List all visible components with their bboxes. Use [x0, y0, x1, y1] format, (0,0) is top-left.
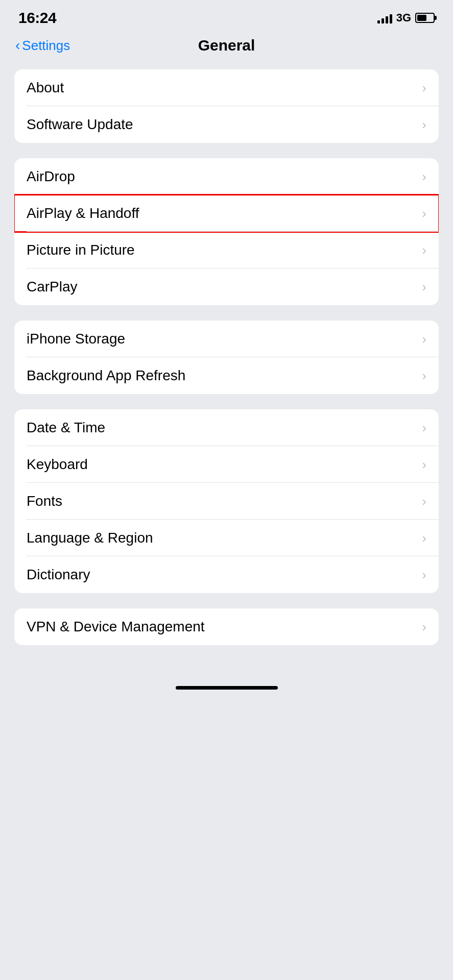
settings-row-carplay[interactable]: CarPlay›	[14, 268, 439, 305]
row-label-keyboard: Keyboard	[27, 456, 88, 473]
chevron-icon-fonts: ›	[422, 494, 426, 509]
settings-row-picture-in-picture[interactable]: Picture in Picture›	[14, 232, 439, 268]
chevron-icon-carplay: ›	[422, 279, 426, 295]
chevron-icon-airplay-handoff: ›	[422, 206, 426, 222]
status-time: 16:24	[18, 9, 56, 27]
row-label-carplay: CarPlay	[27, 279, 78, 295]
settings-row-background-app-refresh[interactable]: Background App Refresh›	[14, 357, 439, 394]
row-label-about: About	[27, 80, 64, 96]
status-icons: 3G	[377, 11, 435, 24]
settings-content: About›Software Update›AirDrop›AirPlay & …	[0, 64, 453, 666]
home-indicator	[0, 676, 453, 695]
settings-row-language-region[interactable]: Language & Region›	[14, 520, 439, 556]
network-type: 3G	[396, 11, 411, 24]
chevron-icon-software-update: ›	[422, 117, 426, 133]
settings-row-dictionary[interactable]: Dictionary›	[14, 556, 439, 593]
row-label-iphone-storage: iPhone Storage	[27, 331, 125, 347]
back-chevron-icon: ‹	[15, 38, 20, 53]
chevron-icon-date-time: ›	[422, 420, 426, 436]
chevron-icon-dictionary: ›	[422, 567, 426, 583]
row-label-airplay-handoff: AirPlay & Handoff	[27, 205, 139, 222]
page-title: General	[198, 37, 255, 54]
settings-row-airdrop[interactable]: AirDrop›	[14, 158, 439, 195]
settings-row-keyboard[interactable]: Keyboard›	[14, 446, 439, 483]
back-label: Settings	[22, 38, 70, 54]
row-label-airdrop: AirDrop	[27, 168, 75, 185]
chevron-icon-picture-in-picture: ›	[422, 242, 426, 258]
battery-icon	[415, 13, 435, 23]
home-bar	[176, 686, 278, 690]
settings-group-group3: iPhone Storage›Background App Refresh›	[14, 321, 439, 394]
status-bar: 16:24 3G	[0, 0, 453, 32]
settings-group-group4: Date & Time›Keyboard›Fonts›Language & Re…	[14, 409, 439, 593]
row-label-background-app-refresh: Background App Refresh	[27, 368, 185, 384]
chevron-icon-airdrop: ›	[422, 169, 426, 185]
settings-row-software-update[interactable]: Software Update›	[14, 106, 439, 143]
row-label-software-update: Software Update	[27, 116, 133, 133]
settings-group-group2: AirDrop›AirPlay & Handoff›Picture in Pic…	[14, 158, 439, 305]
chevron-icon-language-region: ›	[422, 530, 426, 546]
row-label-vpn-device-management: VPN & Device Management	[27, 619, 205, 635]
back-button[interactable]: ‹ Settings	[15, 38, 70, 54]
settings-row-date-time[interactable]: Date & Time›	[14, 409, 439, 446]
nav-bar: ‹ Settings General	[0, 32, 453, 64]
chevron-icon-about: ›	[422, 80, 426, 96]
chevron-icon-iphone-storage: ›	[422, 331, 426, 347]
settings-row-about[interactable]: About›	[14, 69, 439, 106]
settings-group-group5: VPN & Device Management›	[14, 608, 439, 645]
settings-row-fonts[interactable]: Fonts›	[14, 483, 439, 520]
settings-row-iphone-storage[interactable]: iPhone Storage›	[14, 321, 439, 357]
row-label-fonts: Fonts	[27, 493, 62, 509]
settings-row-airplay-handoff[interactable]: AirPlay & Handoff›	[14, 195, 439, 232]
chevron-icon-keyboard: ›	[422, 457, 426, 473]
row-label-date-time: Date & Time	[27, 420, 105, 436]
row-label-picture-in-picture: Picture in Picture	[27, 242, 135, 258]
chevron-icon-background-app-refresh: ›	[422, 368, 426, 384]
row-label-dictionary: Dictionary	[27, 567, 90, 583]
chevron-icon-vpn-device-management: ›	[422, 619, 426, 635]
row-label-language-region: Language & Region	[27, 530, 153, 546]
signal-bars-icon	[377, 12, 392, 23]
settings-row-vpn-device-management[interactable]: VPN & Device Management›	[14, 608, 439, 645]
settings-group-group1: About›Software Update›	[14, 69, 439, 143]
